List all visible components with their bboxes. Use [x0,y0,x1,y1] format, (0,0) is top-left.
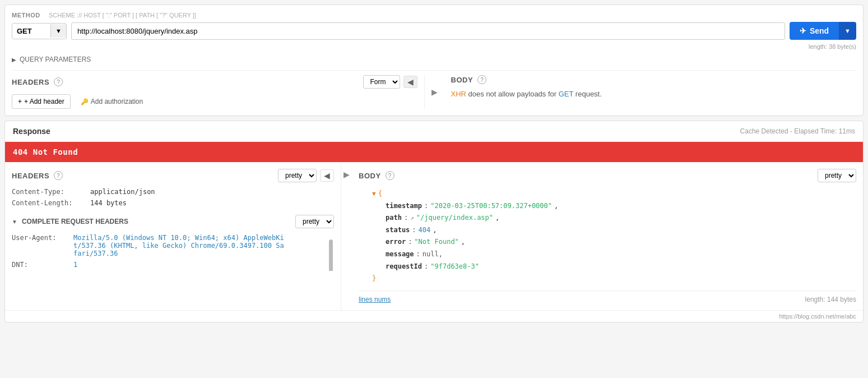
collapse-arrow-button[interactable]: ◀ [403,76,417,88]
json-error-row: error : "Not Found", [359,236,856,248]
complete-req-pretty-dropdown[interactable]: pretty raw [295,215,334,228]
timestamp-val: "2020-03-25T00:57:09.327+0000" [430,200,552,213]
lock-icon: 🔑 [81,98,89,105]
error-key: error [386,236,406,248]
complete-req-headers-toggle[interactable]: ▼ COMPLETE REQUEST HEADERS pretty raw [12,215,334,228]
add-authorization-button[interactable]: 🔑 Add authorization [76,95,147,108]
complete-req-arrow-icon: ▼ [12,219,17,225]
complete-req-scroll-area: User-Agent: Mozilla/5.0 (Windows NT 10.0… [12,234,334,271]
xhr-message: XHR does not allow payloads for GET requ… [451,90,857,98]
header-row-content-type: Content-Type: application/json [12,188,334,196]
method-select-wrapper: GET POST PUT DELETE PATCH ▼ [12,23,67,39]
footer-url: https://blog.csdn.net/me/abc [779,313,856,320]
url-length: length: 38 byte(s) [12,43,856,50]
send-dropdown-button[interactable]: ▼ [839,22,856,40]
headers-panel-title: HEADERS [12,78,49,86]
url-scheme-label: SCHEME :// HOST [ ":" PORT ] [ PATH [ "?… [49,12,856,19]
json-collapse-icon[interactable]: ▼ [372,188,376,200]
resp-body-footer: https://blog.csdn.net/me/abc [5,310,863,322]
scrollbar[interactable] [329,239,333,271]
headers-actions: + + Add header 🔑 Add authorization [12,94,417,109]
response-section: Response Cache Detected - Elapsed Time: … [4,121,864,322]
request-panels: HEADERS ? Form Raw ◀ + + Add header [12,75,856,109]
dnt-key: DNT: [12,261,68,269]
send-dropdown-arrow-icon: ▼ [844,27,851,34]
response-header-table: Content-Type: application/json Content-L… [12,188,334,207]
json-expand-icon: ▼ { [359,188,856,200]
dropdown-arrow-icon: ▼ [55,27,62,34]
send-button-group: ✈ Send ▼ [790,22,856,40]
message-val: null, [423,248,443,261]
plus-icon: + [18,98,22,105]
headers-help-icon[interactable]: ? [54,77,63,86]
dnt-val: 1 [73,261,77,269]
body-length: length: 144 bytes [805,296,856,303]
expand-resp-body-button[interactable]: ▶ [344,170,350,179]
json-close-brace: } [359,273,856,285]
external-link-icon[interactable]: ↗ [410,213,414,224]
response-header-bar: Response Cache Detected - Elapsed Time: … [5,121,863,142]
send-icon: ✈ [800,26,806,35]
query-params-arrow-icon: ▶ [12,57,16,63]
header-row-content-length: Content-Length: 144 bytes [12,199,334,207]
body-panel-title: BODY [451,76,474,84]
content-length-val: 144 bytes [90,199,127,207]
message-key: message [386,248,414,261]
lines-nums-button[interactable]: lines nums [359,296,391,303]
content-length-key: Content-Length: [12,199,85,207]
resp-headers-help-icon[interactable]: ? [54,171,63,180]
user-agent-key: User-Agent: [12,234,68,242]
json-message-row: message : null, [359,248,856,261]
expand-body-button[interactable]: ▶ [428,86,441,98]
add-header-label: + Add header [24,98,64,105]
resp-headers-pretty-dropdown[interactable]: pretty raw [278,169,317,182]
form-dropdown[interactable]: Form Raw [363,75,400,89]
query-params-toggle[interactable]: ▶ QUERY PARAMETERS [12,53,856,66]
xhr-link[interactable]: XHR [451,90,466,98]
response-panels: HEADERS ? pretty raw ◀ Content-Type: app… [5,162,863,310]
method-select[interactable]: GET POST PUT DELETE PATCH [12,24,50,39]
status-text: 404 Not Found [13,147,78,156]
method-dropdown-btn[interactable]: ▼ [50,24,66,38]
get-link[interactable]: GET [559,90,574,98]
add-auth-label: Add authorization [91,98,143,105]
send-label: Send [810,26,829,35]
user-agent-val: Mozilla/5.0 (Windows NT 10.0; Win64; x64… [73,234,286,257]
error-val: "Not Found" [414,236,458,248]
method-label: METHOD [12,12,45,19]
json-status-row: status : 404, [359,224,856,237]
expand-right-icon: ▶ [431,87,438,96]
resp-headers-collapse-btn[interactable]: ◀ [320,169,334,182]
dnt-row: DNT: 1 [12,261,334,269]
resp-body-pretty-dropdown[interactable]: pretty raw [818,169,856,182]
expand-resp-right-icon: ▶ [344,170,350,179]
response-title: Response [13,127,50,136]
status-bar: 404 Not Found [5,142,863,162]
query-params-label: QUERY PARAMETERS [20,56,91,63]
request-headers-panel: HEADERS ? Form Raw ◀ + + Add header [12,75,425,109]
resp-body-title: BODY [359,172,381,180]
resp-headers-title: HEADERS [12,172,49,180]
requestid-val: "9f7d63e8-3" [430,261,479,273]
json-timestamp-row: timestamp : "2020-03-25T00:57:09.327+000… [359,200,856,213]
json-path-row: path : ↗ "/jquery/index.asp", [359,212,856,224]
divider [12,70,856,71]
url-input[interactable] [71,22,785,40]
json-body: ▼ { timestamp : "2020-03-25T00:57:09.327… [359,188,856,285]
body-help-icon[interactable]: ? [477,75,486,84]
path-key: path [386,212,402,224]
response-headers-panel: HEADERS ? pretty raw ◀ Content-Type: app… [5,162,341,310]
resp-body-help-icon[interactable]: ? [386,171,394,180]
resp-collapse-arrow-icon: ◀ [324,171,330,180]
collapse-arrow-icon: ◀ [407,77,414,86]
requestid-key: requestId [386,261,422,273]
complete-req-label: COMPLETE REQUEST HEADERS [22,218,128,225]
body-footer: lines nums length: 144 bytes [359,291,856,303]
xhr-does-not-text: does not allow payloads for [468,90,559,98]
add-header-button[interactable]: + + Add header [12,94,71,109]
status-val: 404 [419,224,431,237]
response-body-panel: BODY ? pretty raw ▼ { timestamp : [352,162,863,310]
user-agent-row: User-Agent: Mozilla/5.0 (Windows NT 10.0… [12,234,334,257]
json-requestid-row: requestId : "9f7d63e8-3" [359,261,856,273]
send-button[interactable]: ✈ Send [790,22,839,40]
